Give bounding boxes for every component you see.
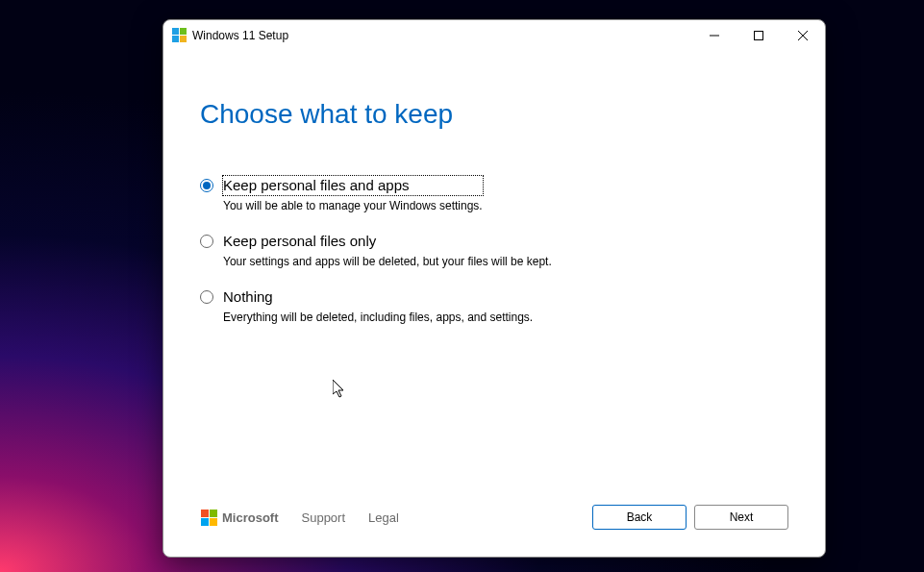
support-link[interactable]: Support (302, 510, 346, 525)
footer-left: Microsoft Support Legal (200, 509, 399, 526)
svg-rect-1 (755, 31, 763, 39)
option-description: Everything will be deleted, including fi… (223, 311, 533, 324)
option-keep-files-apps[interactable]: Keep personal files and apps You will be… (200, 176, 788, 212)
minimize-icon (710, 31, 719, 40)
window-controls (692, 20, 825, 51)
footer-buttons: Back Next (592, 505, 788, 530)
close-button[interactable] (781, 20, 825, 51)
microsoft-logo-icon (200, 509, 217, 526)
window-title: Windows 11 Setup (192, 29, 692, 42)
option-text: Nothing Everything will be deleted, incl… (223, 287, 533, 324)
option-keep-files-only[interactable]: Keep personal files only Your settings a… (200, 232, 788, 268)
radio-button[interactable] (200, 179, 213, 192)
microsoft-logo: Microsoft (200, 509, 279, 526)
options-group: Keep personal files and apps You will be… (200, 176, 788, 324)
microsoft-logo-text: Microsoft (222, 510, 279, 525)
titlebar: Windows 11 Setup (163, 20, 825, 51)
setup-window: Windows 11 Setup Choose what to keep Kee… (162, 19, 826, 558)
option-text: Keep personal files only Your settings a… (223, 232, 552, 268)
app-icon (171, 28, 187, 43)
legal-link[interactable]: Legal (368, 510, 399, 525)
option-description: Your settings and apps will be deleted, … (223, 255, 552, 268)
maximize-icon (754, 31, 763, 40)
content-area: Choose what to keep Keep personal files … (163, 51, 825, 499)
option-nothing[interactable]: Nothing Everything will be deleted, incl… (200, 287, 788, 324)
back-button[interactable]: Back (592, 505, 687, 530)
option-text: Keep personal files and apps You will be… (223, 176, 483, 212)
next-button[interactable]: Next (694, 505, 788, 530)
option-description: You will be able to manage your Windows … (223, 199, 483, 212)
radio-button[interactable] (200, 290, 213, 304)
option-label: Nothing (223, 287, 533, 307)
close-icon (798, 31, 808, 40)
page-heading: Choose what to keep (200, 99, 788, 130)
option-label: Keep personal files and apps (223, 176, 483, 195)
minimize-button[interactable] (692, 20, 737, 51)
radio-button[interactable] (200, 235, 213, 248)
maximize-button[interactable] (737, 20, 781, 51)
footer: Microsoft Support Legal Back Next (163, 499, 825, 557)
option-label: Keep personal files only (223, 232, 552, 251)
